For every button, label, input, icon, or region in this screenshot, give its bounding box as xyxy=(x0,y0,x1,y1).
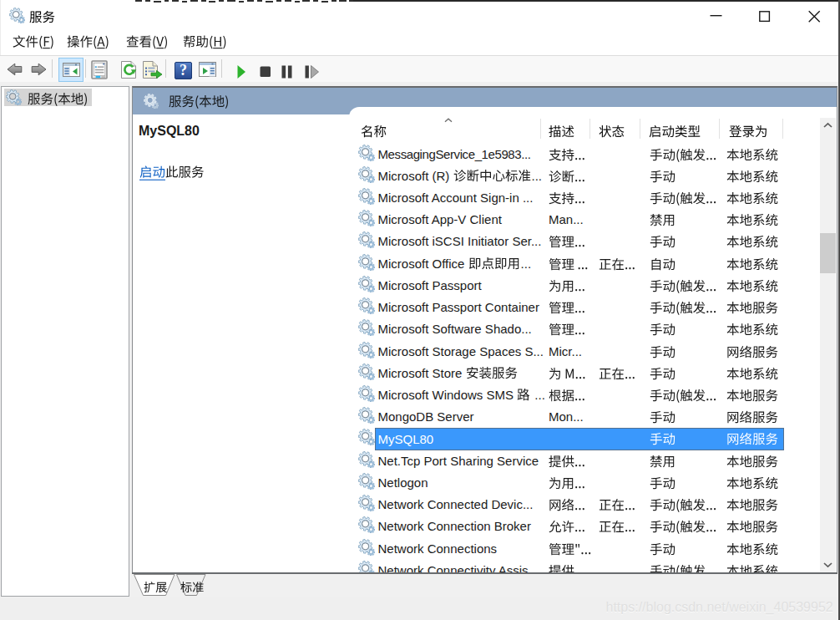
svg-text:?: ? xyxy=(180,62,187,79)
